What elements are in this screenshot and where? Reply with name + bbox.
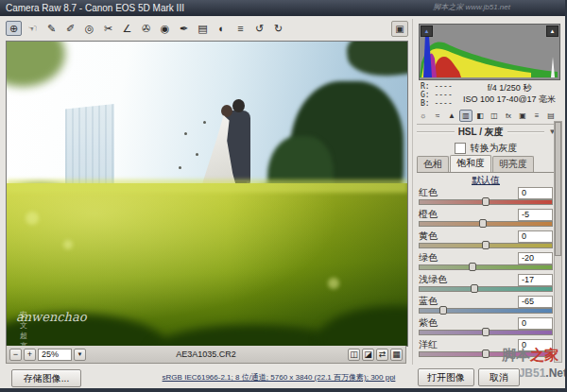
- preview-side-by-side-button[interactable]: ◫: [348, 349, 360, 361]
- slider-purple-track[interactable]: [419, 330, 553, 335]
- slider-blue-track[interactable]: [419, 308, 553, 314]
- groom-head: [232, 99, 245, 112]
- slider-blue-value[interactable]: -65: [518, 296, 553, 308]
- slider-red: 红色0: [419, 187, 553, 205]
- hand-tool-icon[interactable]: ☜: [25, 21, 41, 36]
- presets-panel-icon[interactable]: ≡: [530, 110, 543, 122]
- red-eye-removal-icon[interactable]: ◉: [157, 21, 173, 36]
- floating-petal: [203, 121, 206, 124]
- exif-iso-lens: ISO 100 17-40@17 毫米: [460, 94, 558, 105]
- hsl-grayscale-panel-icon[interactable]: ▥: [459, 110, 472, 122]
- slider-blue-knob[interactable]: [439, 306, 447, 315]
- title-bar[interactable]: Camera Raw 8.7 - Canon EOS 5D Mark III 脚…: [0, 0, 565, 16]
- split-toning-panel-icon[interactable]: ◧: [473, 110, 487, 122]
- photo-watermark-cn: 安文超 高端婚摄: [20, 310, 27, 347]
- exif-exposure: f/4 1/250 秒: [460, 82, 558, 94]
- zoom-in-button[interactable]: +: [24, 349, 36, 361]
- r-value: ----: [434, 82, 452, 91]
- slider-red-value[interactable]: 0: [518, 187, 553, 199]
- rotate-right-icon[interactable]: ↻: [270, 21, 286, 36]
- slider-green-track[interactable]: [419, 264, 553, 270]
- photo-preview[interactable]: anwenchao安文超 高端婚摄: [6, 41, 408, 347]
- zoom-tool-icon[interactable]: ⊕: [6, 21, 22, 36]
- adjustment-brush-icon[interactable]: ✒: [176, 21, 192, 36]
- color-sampler-icon[interactable]: ✐: [62, 21, 78, 36]
- spot-removal-icon[interactable]: ✇: [138, 21, 154, 36]
- rgb-readouts: R: ---- G: ---- B: ----: [419, 82, 460, 107]
- camera-calibration-panel-icon[interactable]: ▣: [516, 110, 529, 122]
- slider-aqua-value[interactable]: -17: [518, 274, 553, 286]
- tab-hue[interactable]: 色相: [417, 156, 449, 172]
- slider-yellow: 黄色0: [419, 230, 553, 248]
- basic-panel-icon[interactable]: ☼: [417, 110, 430, 122]
- watermark-cn-red: 之家: [530, 347, 558, 363]
- radial-filter-icon[interactable]: ◐: [214, 21, 230, 36]
- preview-options-button[interactable]: ▦: [390, 349, 403, 361]
- panel-header: HSL / 灰度 ▼≡: [417, 126, 560, 138]
- graduated-filter-icon[interactable]: ▤: [195, 21, 211, 36]
- fullscreen-toggle-icon[interactable]: ▣: [391, 21, 408, 37]
- slider-yellow-label: 黄色: [419, 230, 438, 243]
- slider-green-knob[interactable]: [469, 263, 476, 271]
- slider-aqua-track[interactable]: [419, 286, 553, 292]
- slider-orange-knob[interactable]: [479, 219, 487, 228]
- tone-curve-panel-icon[interactable]: ≈: [431, 110, 444, 122]
- preview-split-button[interactable]: ◪: [362, 349, 374, 361]
- straighten-tool-icon[interactable]: ∠: [119, 21, 135, 36]
- toolbar: ⊕ ☜ ✎ ✐ ◎ ✂ ∠ ✇ ◉ ✒ ▤ ◐ ≡ ↺ ↻: [6, 19, 391, 38]
- slider-purple-value[interactable]: 0: [518, 317, 553, 330]
- slider-green: 绿色-20: [419, 252, 553, 270]
- preview-swap-button[interactable]: ⇄: [376, 349, 388, 361]
- slider-orange: 橙色-5: [419, 209, 553, 227]
- slider-yellow-knob[interactable]: [482, 241, 490, 249]
- slider-green-label: 绿色: [419, 251, 438, 264]
- preview-mode-buttons: ◫ ◪ ⇄ ▦: [348, 349, 403, 361]
- zoom-dropdown-arrow-icon[interactable]: ▼: [74, 349, 86, 361]
- slider-blue: 蓝色-65: [419, 296, 553, 314]
- slider-red-track[interactable]: [419, 199, 553, 205]
- slider-magenta-knob[interactable]: [482, 349, 490, 358]
- histogram-canvas: [420, 25, 558, 77]
- default-link[interactable]: 默认值: [417, 173, 555, 187]
- panel-scrollbar[interactable]: [554, 121, 562, 363]
- crop-tool-icon[interactable]: ✂: [100, 21, 116, 36]
- slider-red-knob[interactable]: [482, 197, 490, 206]
- shadow-clipping-indicator[interactable]: ▲: [421, 26, 433, 37]
- panel-title: HSL / 灰度: [458, 126, 504, 139]
- zoom-out-button[interactable]: −: [9, 349, 22, 361]
- highlight-clipping-indicator[interactable]: ▲: [546, 26, 558, 37]
- white-balance-eyedropper-icon[interactable]: ✎: [43, 21, 60, 36]
- histogram[interactable]: ▲ ▲: [419, 24, 560, 80]
- open-image-button[interactable]: 打开图像: [418, 368, 474, 386]
- floating-petal: [179, 166, 181, 169]
- slider-orange-track[interactable]: [419, 221, 553, 227]
- tab-saturation[interactable]: 饱和度: [450, 155, 491, 172]
- hsl-subtabs: 色相 饱和度 明亮度: [417, 158, 555, 173]
- panel-scrollbar-thumb[interactable]: [555, 122, 561, 256]
- b-label: B:: [421, 99, 430, 108]
- slider-aqua: 浅绿色-17: [419, 274, 553, 292]
- slider-aqua-knob[interactable]: [471, 284, 478, 293]
- r-label: R:: [421, 82, 430, 91]
- tab-luminance[interactable]: 明亮度: [492, 156, 534, 172]
- b-value: ----: [434, 99, 452, 108]
- workflow-options-link[interactable]: sRGB IEC61966-2.1; 8 位/通道; 5760 x 3840 (…: [142, 372, 416, 383]
- zoom-level-select[interactable]: 25%: [38, 349, 72, 361]
- convert-grayscale-checkbox[interactable]: [455, 143, 466, 154]
- preferences-icon[interactable]: ≡: [232, 21, 249, 36]
- slider-green-value[interactable]: -20: [518, 252, 553, 264]
- effects-panel-icon[interactable]: fx: [502, 110, 515, 122]
- rotate-left-icon[interactable]: ↺: [251, 21, 267, 36]
- save-image-button[interactable]: 存储图像...: [11, 369, 81, 387]
- lens-corrections-panel-icon[interactable]: ◫: [488, 110, 501, 122]
- g-label: G:: [421, 91, 430, 99]
- targeted-adjustment-icon[interactable]: ◎: [81, 21, 97, 36]
- hsl-panel-content: 转换为灰度 色相 饱和度 明亮度 默认值 红色0 橙色-5 黄色0 绿色-20: [417, 140, 555, 361]
- slider-purple-knob[interactable]: [482, 328, 490, 336]
- bride-head: [221, 105, 232, 117]
- detail-panel-icon[interactable]: ▲: [445, 110, 458, 122]
- slider-yellow-value[interactable]: 0: [518, 230, 553, 243]
- slider-orange-value[interactable]: -5: [518, 209, 553, 221]
- bokeh-light: [26, 212, 39, 225]
- slider-yellow-track[interactable]: [419, 243, 553, 248]
